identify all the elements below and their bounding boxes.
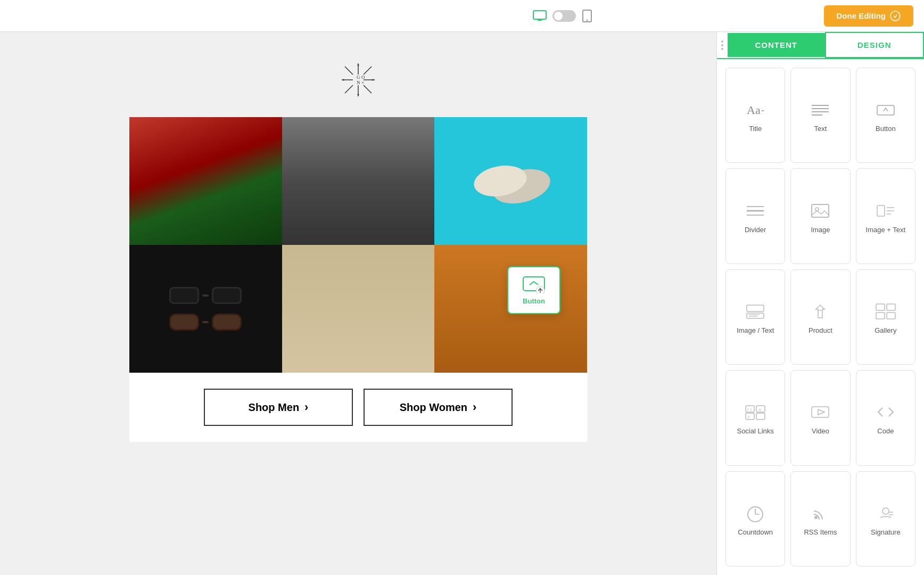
grid-cell-woman (129, 117, 282, 245)
panel-drag-handle (717, 34, 728, 56)
widget-image-label: Image (811, 226, 830, 234)
svg-text:t: t (750, 408, 752, 412)
widget-code[interactable]: Code (856, 370, 915, 465)
grid-cell-couple (282, 245, 435, 373)
gallery-icon (874, 302, 897, 321)
widget-title-label: Title (749, 125, 762, 133)
svg-rect-43 (747, 313, 764, 318)
mobile-icon[interactable] (581, 10, 593, 22)
countdown-icon (744, 504, 767, 523)
divider-icon (744, 201, 767, 220)
button-widget-floating[interactable]: Button (507, 266, 560, 314)
widget-text-label: Text (814, 125, 827, 133)
button-widget-label: Button (523, 297, 545, 305)
grid-cell-sunglasses (129, 245, 282, 373)
tab-design[interactable]: DESIGN (825, 32, 925, 58)
widget-image-slash-text-label: Image / Text (737, 326, 774, 334)
svg-point-4 (587, 19, 588, 21)
svg-line-11 (364, 85, 372, 93)
widget-gallery[interactable]: Gallery (856, 269, 915, 365)
widgets-grid: Aa Title Text (717, 59, 924, 575)
logo-area: G O N × (129, 43, 587, 117)
widget-social-links-label: Social Links (737, 427, 773, 435)
widget-image-slash-text[interactable]: Image / Text (725, 269, 785, 365)
svg-rect-42 (747, 305, 764, 311)
svg-rect-58 (756, 413, 765, 420)
image-grid (129, 117, 587, 373)
widget-video-label: Video (812, 427, 829, 435)
view-toggle[interactable] (552, 10, 576, 22)
image-icon (808, 201, 832, 220)
shop-women-button[interactable]: Shop Women › (364, 389, 513, 426)
button-widget-icon (522, 276, 546, 294)
svg-text:in: in (758, 408, 762, 412)
widget-countdown-label: Countdown (738, 528, 773, 536)
widget-rss[interactable]: RSS Items (790, 471, 850, 566)
widget-image-text[interactable]: Image + Text (856, 168, 915, 264)
svg-line-10 (345, 67, 353, 75)
svg-text:×: × (361, 80, 364, 85)
grid-cell-man (282, 117, 435, 245)
svg-rect-36 (812, 204, 829, 217)
widget-image-text-label: Image + Text (866, 226, 906, 234)
widget-signature[interactable]: Signature (856, 471, 915, 566)
svg-rect-47 (876, 304, 885, 310)
widget-divider[interactable]: Divider (725, 168, 785, 264)
social-links-icon: f t in p (744, 402, 767, 422)
widget-gallery-label: Gallery (874, 326, 896, 334)
svg-text:Aa: Aa (747, 103, 761, 117)
svg-rect-48 (887, 304, 895, 310)
widget-signature-label: Signature (871, 528, 901, 536)
widget-text[interactable]: Text (790, 68, 850, 163)
svg-rect-50 (887, 313, 895, 319)
svg-rect-0 (533, 11, 546, 19)
desktop-icon[interactable] (532, 10, 547, 22)
title-icon: Aa (744, 100, 767, 119)
svg-point-5 (890, 11, 900, 21)
widget-social-links[interactable]: f t in p Social Links (725, 370, 785, 465)
svg-rect-38 (877, 206, 885, 216)
svg-marker-46 (816, 305, 824, 318)
widget-product-label: Product (808, 326, 832, 334)
done-editing-button[interactable]: Done Editing (824, 5, 914, 27)
svg-rect-59 (812, 407, 829, 417)
email-content: Button Shop Men › Shop Women › (129, 117, 587, 442)
svg-point-64 (814, 516, 818, 519)
right-panel: CONTENT DESIGN Aa Title (716, 32, 924, 575)
widget-button-label: Button (876, 125, 896, 133)
widget-divider-label: Divider (745, 226, 766, 234)
svg-rect-32 (877, 105, 894, 115)
shop-buttons-row: Shop Men › Shop Women › (129, 373, 587, 442)
image-text-icon (874, 201, 897, 220)
svg-text:f: f (747, 407, 749, 412)
widget-countdown[interactable]: Countdown (725, 471, 785, 566)
device-icons (532, 10, 593, 22)
rss-icon (808, 504, 832, 523)
button-icon (874, 100, 897, 119)
widget-video[interactable]: Video (790, 370, 850, 465)
svg-rect-49 (876, 313, 885, 319)
svg-rect-56 (746, 413, 754, 420)
tab-content[interactable]: CONTENT (728, 33, 825, 57)
svg-text:N: N (357, 80, 360, 85)
canvas-area: G O N × (0, 32, 716, 575)
widget-rss-label: RSS Items (804, 528, 837, 536)
widget-image[interactable]: Image (790, 168, 850, 264)
svg-line-12 (364, 67, 372, 75)
image-slash-text-icon (744, 302, 767, 321)
widget-product[interactable]: Product (790, 269, 850, 365)
svg-text:p: p (748, 415, 750, 419)
widget-code-label: Code (877, 427, 894, 435)
video-icon (808, 402, 832, 422)
product-icon (808, 302, 832, 321)
svg-line-13 (345, 85, 353, 93)
svg-text:G: G (357, 75, 360, 80)
widget-title[interactable]: Aa Title (725, 68, 785, 163)
signature-icon (874, 504, 897, 523)
svg-marker-60 (818, 409, 824, 415)
code-icon (874, 402, 897, 422)
shop-men-button[interactable]: Shop Men › (204, 389, 353, 426)
widget-button[interactable]: Button (856, 68, 915, 163)
text-icon (808, 100, 832, 119)
grid-cell-shoes (434, 117, 587, 245)
